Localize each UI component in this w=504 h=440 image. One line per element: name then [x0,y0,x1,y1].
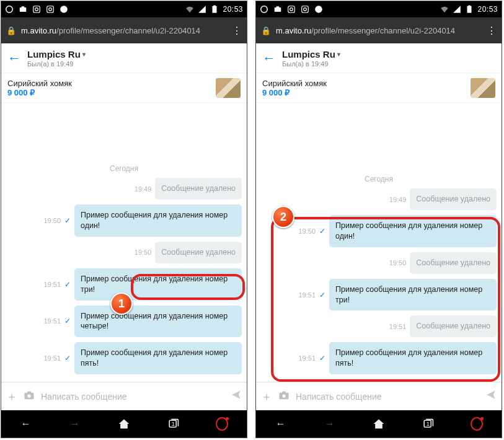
url-text: m.avito.ru/profile/messenger/channel/u2i… [276,26,482,35]
message-bubble[interactable]: Пример сообщения для удаления номер один… [329,215,497,247]
svg-point-14 [261,6,268,13]
nav-forward-icon[interactable]: → [69,418,81,430]
message-row[interactable]: 19:51✓Пример сообщения для удаления номе… [261,342,497,374]
instagram-icon [32,5,41,14]
attach-icon[interactable]: ＋ [6,389,17,404]
battery-icon [210,5,219,14]
message-row[interactable]: 19:50Сообщение удалено [261,252,497,274]
camera-icon[interactable] [24,390,35,403]
chat-last-seen: Был(а) в 19:49 [282,60,340,68]
nav-opera-icon[interactable] [216,418,228,430]
message-deleted[interactable]: Сообщение удалено [155,242,242,263]
message-time: 19:50 [298,227,316,235]
svg-rect-2 [22,6,25,7]
url-path: /profile/messenger/channel/u2i-2204014 [56,26,200,35]
svg-point-4 [35,8,38,11]
message-row[interactable]: 19:50Сообщение удалено [6,242,242,263]
chat-title[interactable]: Lumpics Ru ▾ [27,49,86,59]
message-bubble[interactable]: Пример сообщения для удаления номер пять… [329,342,497,374]
svg-point-12 [27,394,30,397]
message-row[interactable]: 19:51✓Пример сообщения для удаления номе… [6,342,242,374]
message-time: 19:51 [43,354,61,362]
message-bubble[interactable]: Пример сообщения для удаления номер три! [74,268,242,301]
message-row[interactable]: 19:51Сообщение удалено [261,315,497,337]
composer-input[interactable]: Написать сообщение [296,392,479,402]
listing-strip[interactable]: Сирийский хомяк 9 000 ₽ [256,73,502,103]
composer: ＋ Написать сообщение [256,382,502,410]
message-deleted[interactable]: Сообщение удалено [410,315,497,337]
wifi-icon [440,5,449,14]
message-row[interactable]: 19:50✓Пример сообщения для удаления номе… [6,205,242,237]
message-bubble[interactable]: Пример сообщения для удаления номер три! [329,279,497,311]
camera-icon[interactable] [278,390,290,403]
svg-point-7 [60,6,68,13]
status-tray-right: 20:53 [185,5,243,14]
composer: ＋ Написать сообщение [1,382,247,410]
message-deleted[interactable]: Сообщение удалено [155,178,242,200]
status-tray-left [5,5,185,14]
message-bubble[interactable]: Пример сообщения для удаления номер пять… [74,342,242,374]
opera-icon [5,5,14,14]
url-host: m.avito.ru [21,26,56,35]
svg-rect-11 [27,392,31,394]
attach-icon[interactable]: ＋ [261,389,272,404]
svg-rect-9 [214,6,216,7]
status-bar: 20:53 [1,1,247,17]
browser-menu-icon[interactable]: ⋮ [232,25,242,37]
nav-back-icon[interactable]: ← [20,418,32,430]
message-time: 19:49 [389,196,407,203]
battery-icon [465,5,474,14]
message-bubble[interactable]: Пример сообщения для удаления номер один… [74,205,242,237]
message-bubble[interactable]: Пример сообщения для удаления номер четы… [74,306,242,338]
listing-thumbnail [216,78,241,98]
svg-point-6 [49,8,52,11]
nav-opera-icon[interactable] [471,418,483,430]
url-bar[interactable]: 🔒 m.avito.ru/profile/messenger/channel/u… [1,17,247,43]
chat-title[interactable]: Lumpics Ru ▾ [282,49,340,59]
listing-thumbnail [471,78,495,98]
nav-home-icon[interactable] [118,418,130,430]
url-host: m.avito.ru [276,26,311,35]
message-deleted[interactable]: Сообщение удалено [410,252,497,274]
lock-icon: 🔒 [6,26,16,35]
message-read-icon: ✓ [319,291,325,299]
svg-rect-1 [20,7,27,12]
status-tray-left [260,5,440,14]
instagram-icon [287,5,296,14]
message-deleted[interactable]: Сообщение удалено [410,188,497,210]
message-row[interactable]: 19:50✓Пример сообщения для удаления номе… [261,215,497,247]
chat-title-text: Lumpics Ru [27,49,81,59]
message-time: 19:50 [135,249,152,256]
nav-home-icon[interactable] [373,418,385,430]
svg-point-21 [315,6,322,13]
back-icon[interactable]: ← [262,50,276,66]
message-row[interactable]: 19:51✓Пример сообщения для удаления номе… [261,279,497,311]
nav-back-icon[interactable]: ← [275,418,287,430]
lock-icon: 🔒 [261,26,271,35]
message-row[interactable]: 19:49Сообщение удалено [261,188,497,210]
nav-tabs-icon[interactable]: 1 [422,418,434,430]
phone-left: 20:53 🔒 m.avito.ru/profile/messenger/cha… [1,1,247,438]
message-read-icon: ✓ [319,227,325,235]
messages-area[interactable]: Сегодня 19:49Сообщение удалено19:50✓Прим… [256,103,502,382]
message-row[interactable]: 19:49Сообщение удалено [6,178,242,200]
svg-rect-22 [467,6,472,13]
wifi-icon [185,5,194,14]
message-read-icon: ✓ [64,317,71,325]
url-bar[interactable]: 🔒 m.avito.ru/profile/messenger/channel/u… [256,17,502,43]
status-time: 20:53 [477,5,498,14]
nav-forward-icon[interactable]: → [324,418,336,430]
browser-menu-icon[interactable]: ⋮ [487,25,497,37]
chat-title-text: Lumpics Ru [282,49,335,59]
messages-area[interactable]: Сегодня 19:49Сообщение удалено19:50✓Прим… [1,103,247,382]
camera-icon [273,5,282,14]
message-time: 19:51 [389,323,407,330]
send-icon[interactable] [231,389,242,403]
back-icon[interactable]: ← [7,50,21,66]
browser-bottom-nav: ← → 1 [1,410,247,438]
send-icon[interactable] [485,389,497,403]
composer-input[interactable]: Написать сообщение [41,392,224,402]
nav-tabs-icon[interactable]: 1 [167,418,179,430]
svg-point-26 [282,394,285,397]
listing-strip[interactable]: Сирийский хомяк 9 000 ₽ [1,73,247,103]
